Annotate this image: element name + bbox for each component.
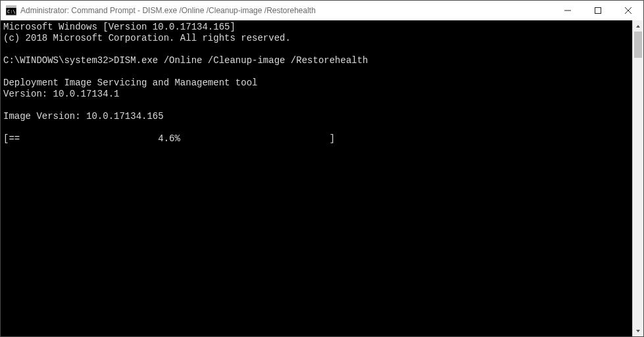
svg-marker-8 bbox=[636, 330, 640, 332]
svg-marker-7 bbox=[636, 25, 640, 28]
console-line: Version: 10.0.17134.1 bbox=[3, 89, 119, 99]
terminal-output[interactable]: Microsoft Windows [Version 10.0.17134.16… bbox=[1, 20, 632, 336]
scroll-down-button[interactable] bbox=[633, 325, 643, 336]
titlebar[interactable]: C:\ Administrator: Command Prompt - DISM… bbox=[1, 1, 643, 20]
cmd-icon: C:\ bbox=[6, 5, 16, 16]
scrollbar-thumb[interactable] bbox=[634, 32, 642, 58]
command-prompt-window: C:\ Administrator: Command Prompt - DISM… bbox=[0, 0, 644, 337]
svg-text:C:\: C:\ bbox=[7, 9, 16, 14]
console-line: Microsoft Windows [Version 10.0.17134.16… bbox=[3, 22, 235, 32]
console-line: Image Version: 10.0.17134.165 bbox=[3, 111, 164, 122]
scrollbar-track[interactable] bbox=[633, 32, 643, 325]
progress-line: [== 4.6% ] bbox=[3, 133, 335, 144]
close-button[interactable] bbox=[613, 1, 643, 20]
console-line: C:\WINDOWS\system32>DISM.exe /Online /Cl… bbox=[3, 55, 368, 66]
console-line: (c) 2018 Microsoft Corporation. All righ… bbox=[3, 33, 291, 43]
window-title: Administrator: Command Prompt - DISM.exe… bbox=[20, 6, 316, 15]
vertical-scrollbar[interactable] bbox=[632, 20, 643, 336]
console-line: Deployment Image Servicing and Managemen… bbox=[3, 78, 257, 88]
maximize-button[interactable] bbox=[583, 1, 613, 20]
svg-rect-4 bbox=[595, 8, 601, 14]
svg-rect-1 bbox=[6, 6, 16, 8]
scroll-up-button[interactable] bbox=[633, 20, 643, 32]
minimize-button[interactable] bbox=[553, 1, 583, 20]
client-area: Microsoft Windows [Version 10.0.17134.16… bbox=[1, 20, 643, 336]
window-controls bbox=[553, 1, 643, 20]
